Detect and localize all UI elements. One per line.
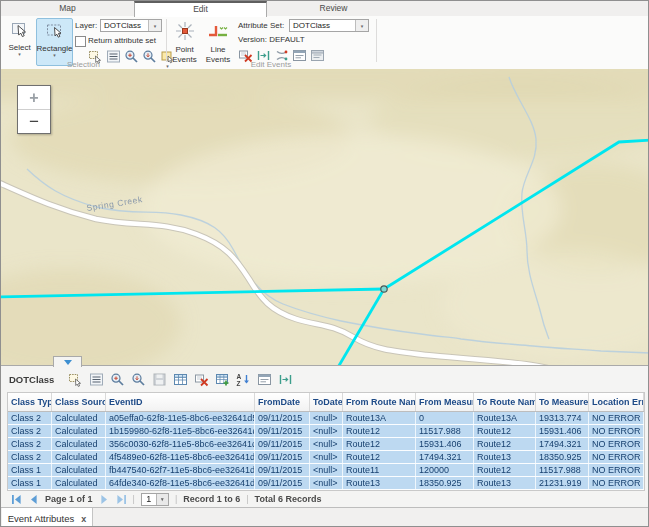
table-cell[interactable]: Route13A	[343, 412, 416, 424]
list-menu-icon[interactable]	[89, 372, 104, 387]
table-cell[interactable]: Route13	[474, 451, 536, 463]
select-tool-button[interactable]: Select ▾	[4, 18, 35, 66]
table-cell[interactable]: 15931.406	[536, 425, 589, 437]
add-record-icon[interactable]	[215, 372, 230, 387]
table-cell[interactable]: <null>	[310, 477, 343, 489]
zoom-in-button[interactable]: +	[18, 86, 50, 110]
table-cell[interactable]: Route12	[343, 438, 416, 450]
table-cell[interactable]: NO ERROR	[589, 464, 644, 476]
table-cell[interactable]: <null>	[310, 438, 343, 450]
rectangle-tool-button[interactable]: Rectangle ▾	[36, 18, 73, 66]
table-cell[interactable]: NO ERROR	[589, 425, 644, 437]
next-page-icon[interactable]	[99, 494, 110, 505]
table-cell[interactable]: 09/11/2015	[255, 412, 310, 424]
table-cell[interactable]: 18350.925	[416, 477, 474, 489]
separation-icon[interactable]	[278, 372, 293, 387]
column-header[interactable]: To Route Name	[474, 393, 536, 411]
map-canvas[interactable]: Spring Creek + −	[1, 69, 649, 365]
save-icon[interactable]	[152, 372, 167, 387]
last-page-icon[interactable]	[116, 494, 127, 505]
table-cell[interactable]: 0	[416, 412, 474, 424]
table-cell[interactable]: a05effa0-62f8-11e5-8bc6-ee32641d5ec9	[106, 412, 255, 424]
table-row[interactable]: Class 2Calculated356c0030-62f8-11e5-8bc6…	[8, 438, 644, 451]
table-cell[interactable]: 09/11/2015	[255, 464, 310, 476]
point-events-button[interactable]: Point Events	[169, 18, 200, 66]
column-header[interactable]: Class Type	[8, 393, 52, 411]
table-cell[interactable]: 11517.988	[536, 464, 589, 476]
table-cell[interactable]: 1b159980-62f8-11e5-8bc6-ee32641d5ec9	[106, 425, 255, 437]
return-attribute-set-checkbox[interactable]	[75, 36, 86, 47]
column-header[interactable]: Location Error	[589, 393, 644, 411]
table-cell[interactable]: Class 2	[8, 451, 52, 463]
attribute-window-icon[interactable]	[257, 372, 272, 387]
table-cell[interactable]: 09/11/2015	[255, 477, 310, 489]
previous-page-icon[interactable]	[28, 494, 39, 505]
table-cell[interactable]: 15931.406	[416, 438, 474, 450]
table-cell[interactable]: Route12	[474, 464, 536, 476]
table-cell[interactable]: Class 2	[8, 425, 52, 437]
table-cell[interactable]: <null>	[310, 464, 343, 476]
table-cell[interactable]: Route13	[343, 477, 416, 489]
table-cell[interactable]: <null>	[310, 425, 343, 437]
zoom-to-selected-icon[interactable]	[110, 372, 125, 387]
table-cell[interactable]: NO ERROR	[589, 412, 644, 424]
page-select-combobox[interactable]: 1 ▾	[141, 493, 169, 506]
table-cell[interactable]: 19313.774	[536, 412, 589, 424]
table-cell[interactable]: Route12	[474, 438, 536, 450]
column-header[interactable]: From Measure	[416, 393, 474, 411]
combobox-arrow-icon[interactable]: ▾	[156, 494, 168, 505]
table-cell[interactable]: 09/11/2015	[255, 438, 310, 450]
sort-records-icon[interactable]: AZ	[236, 372, 251, 387]
table-cell[interactable]: <null>	[310, 412, 343, 424]
table-cell[interactable]: Route12	[343, 451, 416, 463]
tab-event-attributes[interactable]: Event Attributes x	[2, 508, 93, 527]
pan-to-selected-icon[interactable]	[131, 372, 146, 387]
table-cell[interactable]: Calculated	[52, 451, 106, 463]
combobox-arrow-icon[interactable]: ▾	[148, 20, 161, 31]
close-tab-icon[interactable]: x	[81, 514, 86, 524]
table-row[interactable]: Class 1Calculatedfb447540-62f7-11e5-8bc6…	[8, 464, 644, 477]
column-header[interactable]: FromDate	[255, 393, 310, 411]
table-cell[interactable]: 11517.988	[416, 425, 474, 437]
table-cell[interactable]: 09/11/2015	[255, 451, 310, 463]
table-cell[interactable]: Calculated	[52, 412, 106, 424]
layer-combobox[interactable]: DOTClass ▾	[100, 19, 162, 32]
table-cell[interactable]: Class 1	[8, 477, 52, 489]
table-cell[interactable]: NO ERROR	[589, 438, 644, 450]
first-page-icon[interactable]	[11, 494, 22, 505]
route-junction-marker[interactable]	[381, 286, 387, 292]
delete-record-icon[interactable]	[194, 372, 209, 387]
table-cell[interactable]: Route13A	[474, 412, 536, 424]
table-cell[interactable]: Route12	[474, 425, 536, 437]
tab-map[interactable]: Map	[1, 1, 134, 16]
table-cell[interactable]: Route13	[474, 477, 536, 489]
table-cell[interactable]: Route12	[343, 425, 416, 437]
tab-edit[interactable]: Edit	[134, 1, 267, 17]
table-cell[interactable]: NO ERROR	[589, 477, 644, 489]
column-header[interactable]: Class Source	[52, 393, 106, 411]
table-cell[interactable]: 09/11/2015	[255, 425, 310, 437]
zoom-out-button[interactable]: −	[18, 110, 50, 133]
column-header[interactable]: To Measure	[536, 393, 589, 411]
table-cell[interactable]: Class 2	[8, 438, 52, 450]
table-cell[interactable]: 356c0030-62f8-11e5-8bc6-ee32641d5ec9	[106, 438, 255, 450]
column-header[interactable]: From Route Name	[343, 393, 416, 411]
table-cell[interactable]: Class 1	[8, 464, 52, 476]
table-cell[interactable]: Calculated	[52, 464, 106, 476]
table-cell[interactable]: fb447540-62f7-11e5-8bc6-ee32641d5ec9	[106, 464, 255, 476]
tab-review[interactable]: Review	[267, 1, 400, 16]
table-cell[interactable]: 64fde340-62f8-11e5-8bc6-ee32641d5ec9	[106, 477, 255, 489]
table-cell[interactable]: <null>	[310, 451, 343, 463]
table-cell[interactable]: 17494.321	[536, 438, 589, 450]
attribute-set-combobox[interactable]: DOTClass ▾	[289, 19, 369, 32]
table-cell[interactable]: Route11	[343, 464, 416, 476]
table-row[interactable]: Class 2Calculated1b159980-62f8-11e5-8bc6…	[8, 425, 644, 438]
table-cell[interactable]: 120000	[416, 464, 474, 476]
column-header[interactable]: EventID	[106, 393, 255, 411]
line-events-button[interactable]: Line Events	[201, 18, 235, 66]
table-view-icon[interactable]	[173, 372, 188, 387]
combobox-arrow-icon[interactable]: ▾	[355, 20, 368, 31]
table-row[interactable]: Class 2Calculated4f5489e0-62f8-11e5-8bc6…	[8, 451, 644, 464]
table-cell[interactable]: 17494.321	[416, 451, 474, 463]
table-cell[interactable]: 21231.919	[536, 477, 589, 489]
